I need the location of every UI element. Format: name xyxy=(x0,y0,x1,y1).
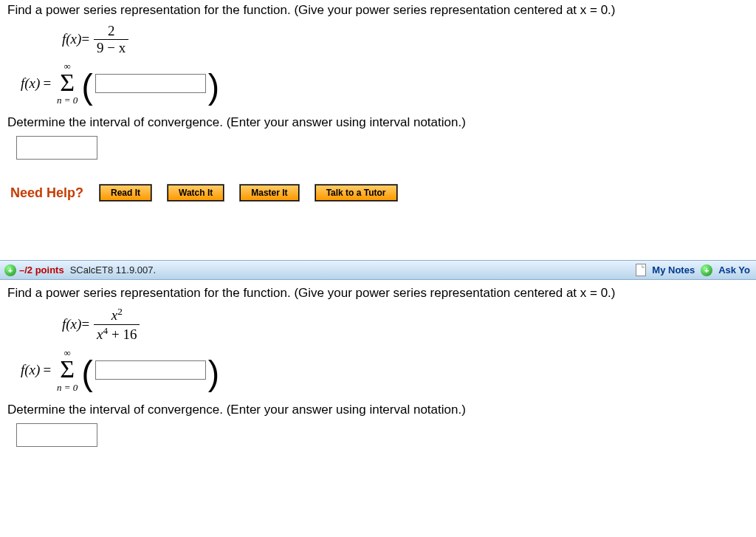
expand-icon[interactable]: + xyxy=(4,264,16,276)
close-paren-icon: ) xyxy=(208,361,219,385)
q2-equals: = xyxy=(81,316,89,332)
q2-sigma: ∞ Σ n = 0 xyxy=(57,348,78,392)
q1-sigma-bottom: n = 0 xyxy=(57,95,78,105)
q1-frac-num: 2 xyxy=(105,24,118,39)
open-paren-icon: ( xyxy=(81,361,92,385)
q1-sigma: ∞ Σ n = 0 xyxy=(57,61,78,106)
q1-prompt: Find a power series representation for t… xyxy=(7,3,749,18)
read-it-button[interactable]: Read It xyxy=(100,185,151,201)
q2-func-lhs: f(x) xyxy=(62,316,81,332)
q1-sum-equals: = xyxy=(43,75,51,92)
ask-tutor-link[interactable]: Ask Yo xyxy=(718,264,750,276)
q1-equals: = xyxy=(81,31,89,47)
q2-sum-equals: = xyxy=(43,362,51,378)
q1-fraction: 2 9 − x xyxy=(94,24,128,55)
q2-prompt: Find a power series representation for t… xyxy=(7,286,749,301)
q1-func-lhs: f(x) xyxy=(62,31,81,47)
q2-sum-row: f(x) = ∞ Σ n = 0 ( ) xyxy=(21,348,749,392)
q2-sigma-bottom: n = 0 xyxy=(57,383,78,392)
q1-frac-den: 9 − x xyxy=(94,39,128,55)
q1-sum-lhs: f(x) xyxy=(21,75,40,92)
q1-interval-prompt: Determine the interval of convergence. (… xyxy=(7,115,749,130)
q2-interval-input[interactable] xyxy=(16,423,97,447)
note-icon xyxy=(636,264,646,276)
watch-it-button[interactable]: Watch It xyxy=(168,185,224,201)
q2-series-input[interactable] xyxy=(95,360,206,380)
open-paren-icon: ( xyxy=(81,75,92,98)
q2-interval-prompt: Determine the interval of convergence. (… xyxy=(7,403,749,417)
q1-function-display: f(x) = 2 9 − x xyxy=(62,24,749,55)
q2-fraction: x2 x4 + 16 xyxy=(94,307,140,342)
ask-icon[interactable]: + xyxy=(701,264,712,276)
question-header: + –/2 points SCalcET8 11.9.007. My Notes… xyxy=(0,260,756,280)
close-paren-icon: ) xyxy=(208,75,219,98)
talk-to-tutor-button[interactable]: Talk to a Tutor xyxy=(315,185,397,201)
sigma-icon: Σ xyxy=(60,358,75,381)
need-help-row: Need Help? Read It Watch It Master It Ta… xyxy=(10,185,749,201)
q1-sum-row: f(x) = ∞ Σ n = 0 ( ) xyxy=(21,61,749,106)
need-help-label: Need Help? xyxy=(10,185,83,201)
q2-function-display: f(x) = x2 x4 + 16 xyxy=(62,307,749,342)
q1-series-input[interactable] xyxy=(95,74,206,93)
q1-interval-input[interactable] xyxy=(16,136,97,160)
my-notes-link[interactable]: My Notes xyxy=(652,264,695,276)
q2-frac-den: x4 + 16 xyxy=(94,324,140,342)
question-source: SCalcET8 11.9.007. xyxy=(70,264,156,276)
sigma-icon: Σ xyxy=(60,72,75,95)
q2-sum-lhs: f(x) xyxy=(21,362,40,378)
q2-frac-num: x2 xyxy=(109,307,126,324)
master-it-button[interactable]: Master It xyxy=(240,185,298,201)
points-text: –/2 points xyxy=(19,264,64,276)
